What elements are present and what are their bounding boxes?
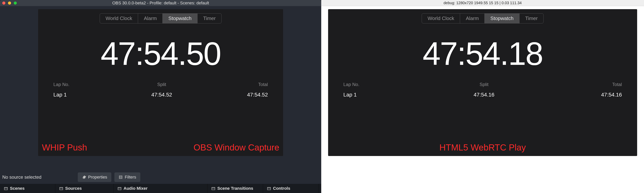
lap-split: 47:54.52 [126, 92, 197, 98]
gear-icon [82, 175, 86, 179]
tab-world-clock[interactable]: World Clock [100, 14, 138, 23]
svg-rect-5 [60, 188, 63, 190]
col-total: Total [197, 82, 268, 87]
maximize-icon[interactable] [14, 2, 17, 4]
lap-header: Lap No. Split Total [343, 80, 622, 89]
mode-tabs: World Clock Alarm Stopwatch Timer [328, 9, 637, 29]
svg-rect-3 [4, 188, 8, 190]
mode-tabs: World Clock Alarm Stopwatch Timer [38, 9, 283, 29]
col-lap-no: Lap No. [343, 82, 438, 87]
tab-timer[interactable]: Timer [197, 14, 221, 23]
svg-rect-0 [119, 176, 122, 179]
lap-split: 47:54.16 [438, 92, 530, 98]
traffic-lights [2, 2, 17, 4]
player-content: World Clock Alarm Stopwatch Timer 47:54.… [321, 6, 644, 159]
dock-sources-label: Sources [65, 186, 82, 191]
lap-table: Lap No. Split Total Lap 1 47:54.52 47:54… [54, 80, 268, 100]
lap-total: 47:54.16 [530, 92, 622, 98]
debug-title: debug: 1280x720 1949.55 15 15 | 0.03 111… [444, 1, 522, 5]
tab-stopwatch[interactable]: Stopwatch [484, 14, 519, 23]
debug-titlebar: debug: 1280x720 1949.55 15 15 | 0.03 111… [321, 0, 644, 6]
col-split: Split [438, 82, 530, 87]
titlebar: OBS 30.0.0-beta2 - Profile: default - Sc… [0, 0, 321, 6]
lap-no: Lap 1 [343, 92, 438, 98]
dock-icon [4, 186, 8, 190]
annotation-webrtc-play: HTML5 WebRTC Play [440, 142, 526, 152]
lap-no: Lap 1 [54, 92, 126, 98]
dock-audio-label: Audio Mixer [124, 186, 148, 191]
dock-icon [118, 186, 122, 190]
player-stopwatch-view: World Clock Alarm Stopwatch Timer 47:54.… [328, 9, 637, 156]
source-toolbar: No source selected Properties Filters [0, 170, 321, 184]
minimize-icon[interactable] [8, 2, 11, 4]
dock-controls-label: Controls [273, 186, 290, 191]
dock-sources[interactable]: Sources [55, 184, 114, 193]
tab-timer[interactable]: Timer [519, 14, 543, 23]
col-total: Total [530, 82, 622, 87]
filters-button[interactable]: Filters [114, 172, 140, 182]
player-window: debug: 1280x720 1949.55 15 15 | 0.03 111… [321, 0, 644, 193]
tab-alarm[interactable]: Alarm [138, 14, 162, 23]
tab-stopwatch[interactable]: Stopwatch [162, 14, 197, 23]
dock-controls[interactable]: Controls [263, 184, 319, 193]
dock-icon [211, 186, 216, 190]
bottom-docks: Scenes Sources Audio Mixer Scene Transit… [0, 184, 321, 193]
lap-row: Lap 1 47:54.52 47:54.52 [54, 89, 268, 100]
annotation-whip-push: WHIP Push [42, 142, 87, 152]
dock-icon [59, 186, 63, 190]
dock-transitions-label: Scene Transitions [217, 186, 253, 191]
close-icon[interactable] [2, 2, 5, 4]
dock-icon [267, 186, 271, 190]
lap-header: Lap No. Split Total [54, 80, 268, 89]
dock-audio-mixer[interactable]: Audio Mixer [114, 184, 208, 193]
lap-row: Lap 1 47:54.16 47:54.16 [343, 89, 622, 100]
window-title: OBS 30.0.0-beta2 - Profile: default - Sc… [112, 0, 209, 6]
lap-table: Lap No. Split Total Lap 1 47:54.16 47:54… [343, 80, 622, 100]
no-source-label: No source selected [2, 174, 75, 180]
stopwatch-time: 47:54.18 [328, 35, 637, 72]
svg-rect-11 [268, 188, 271, 190]
filters-label: Filters [125, 175, 136, 180]
lap-total: 47:54.52 [197, 92, 268, 98]
dock-scenes[interactable]: Scenes [0, 184, 55, 193]
tab-world-clock[interactable]: World Clock [422, 14, 460, 23]
svg-rect-9 [212, 188, 215, 190]
col-lap-no: Lap No. [54, 82, 126, 87]
dock-scenes-label: Scenes [10, 186, 24, 191]
dock-scene-transitions[interactable]: Scene Transitions [208, 184, 263, 193]
properties-button[interactable]: Properties [78, 172, 111, 182]
svg-rect-7 [118, 188, 121, 190]
annotation-obs-capture: OBS Window Capture [194, 142, 279, 152]
obs-window: OBS 30.0.0-beta2 - Profile: default - Sc… [0, 0, 321, 193]
col-split: Split [126, 82, 197, 87]
filter-icon [118, 175, 123, 179]
tab-alarm[interactable]: Alarm [460, 14, 484, 23]
stopwatch-time: 47:54.50 [38, 35, 283, 72]
captured-stopwatch-view: World Clock Alarm Stopwatch Timer 47:54.… [38, 9, 283, 156]
properties-label: Properties [88, 175, 107, 180]
